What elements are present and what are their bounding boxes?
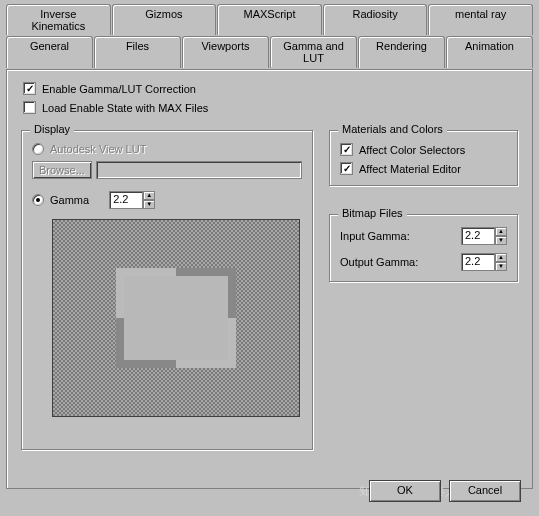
autodesk-lut-label: Autodesk View LUT bbox=[50, 143, 146, 155]
materials-group-title: Materials and Colors bbox=[338, 123, 447, 135]
enable-gamma-checkbox[interactable] bbox=[23, 82, 36, 95]
tab-row-1: Inverse Kinematics Gizmos MAXScript Radi… bbox=[6, 4, 533, 35]
affect-editor-label: Affect Material Editor bbox=[359, 163, 461, 175]
load-state-label: Load Enable State with MAX Files bbox=[42, 102, 208, 114]
output-gamma-input[interactable]: 2.2 bbox=[461, 253, 495, 271]
input-gamma-up[interactable]: ▲ bbox=[495, 227, 507, 236]
gamma-spinner: 2.2 ▲ ▼ bbox=[109, 191, 155, 209]
input-gamma-label: Input Gamma: bbox=[340, 230, 410, 242]
browse-row: Browse... bbox=[32, 161, 302, 179]
affect-selectors-label: Affect Color Selectors bbox=[359, 144, 465, 156]
tab-gamma-and-lut[interactable]: Gamma and LUT bbox=[270, 36, 357, 68]
enable-gamma-label: Enable Gamma/LUT Correction bbox=[42, 83, 196, 95]
output-gamma-spinner: 2.2 ▲ ▼ bbox=[461, 253, 507, 271]
preferences-dialog: { "tabs_row1": ["Inverse Kinematics", "G… bbox=[0, 0, 539, 516]
gamma-preview-inner bbox=[116, 268, 236, 368]
bitmap-group: Bitmap Files Input Gamma: 2.2 ▲ ▼ Output… bbox=[329, 214, 518, 282]
materials-group: Materials and Colors Affect Color Select… bbox=[329, 130, 518, 186]
gamma-spinner-down[interactable]: ▼ bbox=[143, 200, 155, 209]
dialog-buttons: OK Cancel bbox=[369, 480, 521, 502]
load-state-row: Load Enable State with MAX Files bbox=[17, 101, 522, 114]
tab-animation[interactable]: Animation bbox=[446, 36, 533, 68]
load-state-checkbox[interactable] bbox=[23, 101, 36, 114]
lut-path-input[interactable] bbox=[96, 161, 302, 179]
output-gamma-row: Output Gamma: 2.2 ▲ ▼ bbox=[340, 253, 507, 271]
tab-radiosity[interactable]: Radiosity bbox=[323, 4, 428, 35]
gamma-label: Gamma bbox=[50, 194, 89, 206]
gamma-preview bbox=[52, 219, 300, 417]
output-gamma-label: Output Gamma: bbox=[340, 256, 418, 268]
columns: Display Autodesk View LUT Browse... Gamm… bbox=[17, 120, 522, 460]
display-group: Display Autodesk View LUT Browse... Gamm… bbox=[21, 130, 313, 450]
input-gamma-down[interactable]: ▼ bbox=[495, 236, 507, 245]
tab-files[interactable]: Files bbox=[94, 36, 181, 68]
tab-content: Enable Gamma/LUT Correction Load Enable … bbox=[6, 69, 533, 489]
tab-gizmos[interactable]: Gizmos bbox=[112, 4, 217, 35]
tab-inverse-kinematics[interactable]: Inverse Kinematics bbox=[6, 4, 111, 35]
tab-viewports[interactable]: Viewports bbox=[182, 36, 269, 68]
tab-strip: Inverse Kinematics Gizmos MAXScript Radi… bbox=[0, 0, 539, 68]
output-gamma-up[interactable]: ▲ bbox=[495, 253, 507, 262]
cancel-button[interactable]: Cancel bbox=[449, 480, 521, 502]
input-gamma-row: Input Gamma: 2.2 ▲ ▼ bbox=[340, 227, 507, 245]
left-column: Display Autodesk View LUT Browse... Gamm… bbox=[17, 120, 317, 460]
tab-rendering[interactable]: Rendering bbox=[358, 36, 445, 68]
autodesk-lut-radio[interactable] bbox=[32, 143, 44, 155]
autodesk-lut-row: Autodesk View LUT bbox=[32, 143, 302, 155]
enable-gamma-row: Enable Gamma/LUT Correction bbox=[17, 82, 522, 95]
browse-button[interactable]: Browse... bbox=[32, 161, 92, 179]
tab-mental-ray[interactable]: mental ray bbox=[428, 4, 533, 35]
gamma-spinner-up[interactable]: ▲ bbox=[143, 191, 155, 200]
bitmap-group-title: Bitmap Files bbox=[338, 207, 407, 219]
affect-editor-row: Affect Material Editor bbox=[340, 162, 507, 175]
affect-selectors-checkbox[interactable] bbox=[340, 143, 353, 156]
affect-editor-checkbox[interactable] bbox=[340, 162, 353, 175]
input-gamma-spinner: 2.2 ▲ ▼ bbox=[461, 227, 507, 245]
gamma-radio[interactable] bbox=[32, 194, 44, 206]
gamma-input[interactable]: 2.2 bbox=[109, 191, 143, 209]
right-column: Materials and Colors Affect Color Select… bbox=[325, 120, 522, 292]
gamma-row: Gamma 2.2 ▲ ▼ bbox=[32, 191, 302, 209]
tab-general[interactable]: General bbox=[6, 36, 93, 68]
tab-maxscript[interactable]: MAXScript bbox=[217, 4, 322, 35]
output-gamma-down[interactable]: ▼ bbox=[495, 262, 507, 271]
ok-button[interactable]: OK bbox=[369, 480, 441, 502]
affect-selectors-row: Affect Color Selectors bbox=[340, 143, 507, 156]
tab-row-2: General Files Viewports Gamma and LUT Re… bbox=[6, 36, 533, 68]
display-group-title: Display bbox=[30, 123, 74, 135]
input-gamma-input[interactable]: 2.2 bbox=[461, 227, 495, 245]
